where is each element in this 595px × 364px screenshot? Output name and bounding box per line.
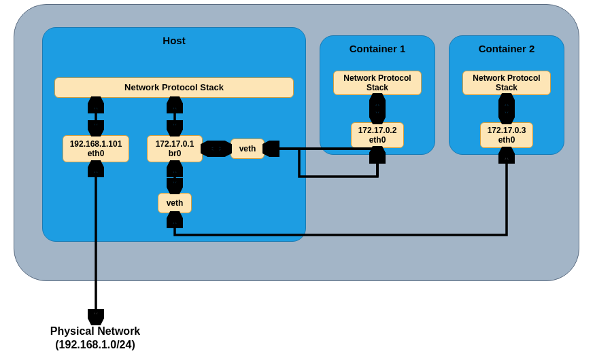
container-1-eth0-if: eth0 bbox=[369, 135, 386, 145]
container-1-stack-label-l1: Network Protocol bbox=[343, 73, 411, 83]
container-2-eth0-if: eth0 bbox=[498, 135, 515, 145]
host-eth0-ip: 192.168.1.101 bbox=[70, 139, 122, 149]
container-2-stack-label-l2: Stack bbox=[496, 83, 517, 92]
host-veth-a-label: veth bbox=[239, 144, 256, 153]
container-2-title: Container 2 bbox=[449, 43, 564, 54]
host-br0: 172.17.0.1 br0 bbox=[147, 135, 203, 162]
container-2-network-stack: Network Protocol Stack bbox=[462, 71, 551, 95]
host-stack-label: Network Protocol Stack bbox=[124, 82, 224, 93]
container-1-eth0-ip: 172.17.0.2 bbox=[358, 126, 397, 135]
container-1-eth0: 172.17.0.2 eth0 bbox=[351, 122, 404, 148]
host-veth-b-label: veth bbox=[167, 198, 184, 208]
physical-title: Physical Network bbox=[50, 325, 141, 337]
host-br0-if: br0 bbox=[169, 149, 182, 158]
container-2-eth0: 172.17.0.3 eth0 bbox=[480, 122, 533, 148]
host-eth0: 192.168.1.101 eth0 bbox=[63, 135, 129, 162]
host-veth-a: veth bbox=[231, 139, 265, 159]
host-veth-b: veth bbox=[158, 193, 192, 213]
host-eth0-if: eth0 bbox=[88, 149, 105, 158]
physical-network-label: Physical Network (192.168.1.0/24) bbox=[27, 325, 163, 352]
physical-subnet: (192.168.1.0/24) bbox=[55, 339, 135, 350]
host-br0-ip: 172.17.0.1 bbox=[156, 139, 194, 149]
container-2-eth0-ip: 172.17.0.3 bbox=[488, 126, 526, 135]
host-network-stack: Network Protocol Stack bbox=[54, 77, 294, 98]
container-1-stack-label-l2: Stack bbox=[367, 83, 388, 92]
container-2-stack-label-l1: Network Protocol bbox=[473, 73, 540, 83]
host-title: Host bbox=[43, 35, 305, 46]
diagram-stage: Host Network Protocol Stack 192.168.1.10… bbox=[0, 0, 595, 364]
container-1-network-stack: Network Protocol Stack bbox=[333, 71, 422, 95]
container-1-title: Container 1 bbox=[320, 43, 435, 54]
